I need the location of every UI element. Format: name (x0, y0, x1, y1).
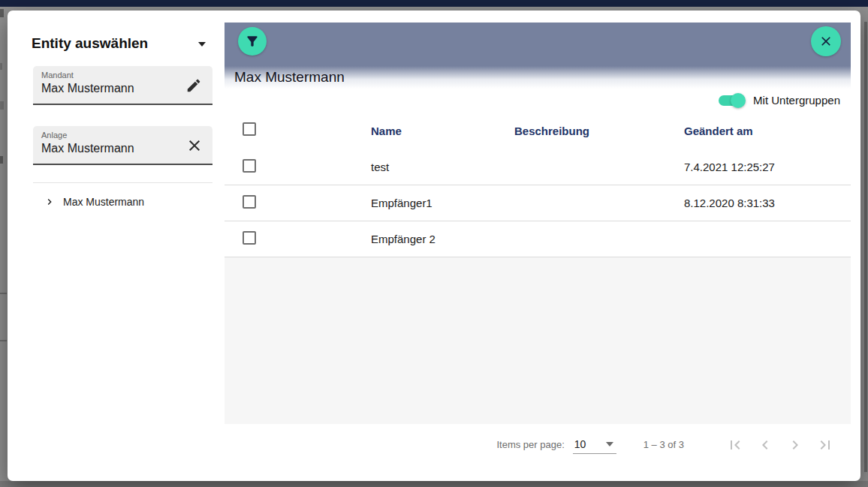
backdrop-fragment (0, 63, 2, 70)
backdrop-right (860, 7, 868, 481)
last-page-button[interactable] (816, 436, 834, 454)
tree-item-max-mustermann[interactable]: Max Mustermann (33, 191, 212, 213)
next-page-button[interactable] (786, 436, 804, 454)
table-row[interactable]: Empfänger1 8.12.2020 8:31:33 (225, 185, 851, 221)
row-checkbox[interactable] (243, 231, 256, 245)
backdrop-bottom (0, 481, 868, 487)
backdrop-fragment (0, 340, 7, 341)
cell-geaendert-am: 7.4.2021 12:25:27 (684, 161, 851, 173)
table-header-row: Name Beschreibung Geändert am (225, 112, 851, 149)
close-dialog-button[interactable] (811, 26, 841, 56)
row-checkbox[interactable] (243, 195, 256, 209)
chevron-right-icon[interactable] (44, 196, 56, 208)
left-panel-title: Entity auswählen (32, 35, 148, 52)
subgroups-toggle[interactable] (719, 93, 746, 108)
mandant-field[interactable]: Mandant Max Mustermann (33, 66, 212, 105)
filter-button[interactable] (238, 27, 267, 56)
pencil-icon (185, 77, 205, 94)
tree-item-label: Max Mustermann (63, 196, 144, 208)
anlage-field-label: Anlage (41, 131, 67, 140)
caret-down-icon[interactable] (197, 41, 207, 48)
first-page-button[interactable] (726, 436, 744, 454)
last-page-icon (816, 436, 834, 454)
paginator: Items per page: 10 1 – 3 of 3 (225, 424, 851, 465)
items-per-page-label: Items per page: (496, 439, 564, 450)
results-panel: Max Mustermann Mit Untergruppen Name Bes… (225, 23, 851, 465)
table-row[interactable]: test 7.4.2021 12:25:27 (225, 149, 851, 185)
backdrop-fragment (0, 293, 7, 294)
row-checkbox[interactable] (243, 159, 256, 173)
close-icon (818, 34, 833, 49)
filter-icon (245, 34, 260, 49)
cell-name: Empfänger 2 (371, 233, 514, 245)
subgroups-toggle-label: Mit Untergruppen (753, 94, 840, 107)
toggle-thumb (731, 93, 746, 108)
chevron-left-icon (756, 436, 774, 454)
background-app-bar (0, 0, 868, 7)
edit-mandant-button[interactable] (185, 76, 205, 95)
results-header-bar (225, 23, 851, 66)
mandant-field-label: Mandant (41, 71, 74, 80)
paginator-nav (714, 436, 834, 454)
background-scrollbar (864, 22, 867, 472)
first-page-icon (726, 436, 744, 454)
close-icon (185, 137, 205, 155)
column-header-beschreibung: Beschreibung (514, 125, 684, 137)
results-title-strip: Max Mustermann (225, 66, 851, 89)
results-title: Max Mustermann (234, 69, 345, 86)
backdrop-fragment (0, 101, 4, 110)
results-table: Name Beschreibung Geändert am test 7.4.2… (225, 112, 851, 257)
page-range-label: 1 – 3 of 3 (643, 439, 684, 450)
chevron-right-icon (786, 436, 804, 454)
left-panel-divider (33, 182, 212, 183)
previous-page-button[interactable] (756, 436, 774, 454)
cell-name: test (371, 161, 514, 173)
column-header-geaendert-am: Geändert am (684, 125, 851, 137)
caret-down-icon (606, 442, 613, 446)
subgroups-toggle-row: Mit Untergruppen (225, 89, 851, 112)
page-size-select[interactable]: 10 (573, 436, 616, 454)
anlage-field[interactable]: Anlage Max Mustermann (33, 126, 212, 165)
mandant-field-value: Max Mustermann (41, 82, 134, 95)
table-empty-area (225, 257, 851, 424)
column-header-name: Name (371, 125, 514, 137)
entity-select-dialog: Entity auswählen Mandant Max Mustermann … (8, 11, 860, 481)
backdrop-fragment (0, 9, 4, 17)
clear-anlage-button[interactable] (185, 136, 205, 155)
page-size-value: 10 (574, 438, 586, 450)
anlage-field-value: Max Mustermann (41, 142, 134, 155)
table-row[interactable]: Empfänger 2 (225, 221, 851, 257)
backdrop-fragment (0, 156, 3, 164)
cell-name: Empfänger1 (371, 197, 514, 209)
select-all-checkbox[interactable] (243, 122, 256, 136)
cell-geaendert-am: 8.12.2020 8:31:33 (684, 197, 851, 209)
